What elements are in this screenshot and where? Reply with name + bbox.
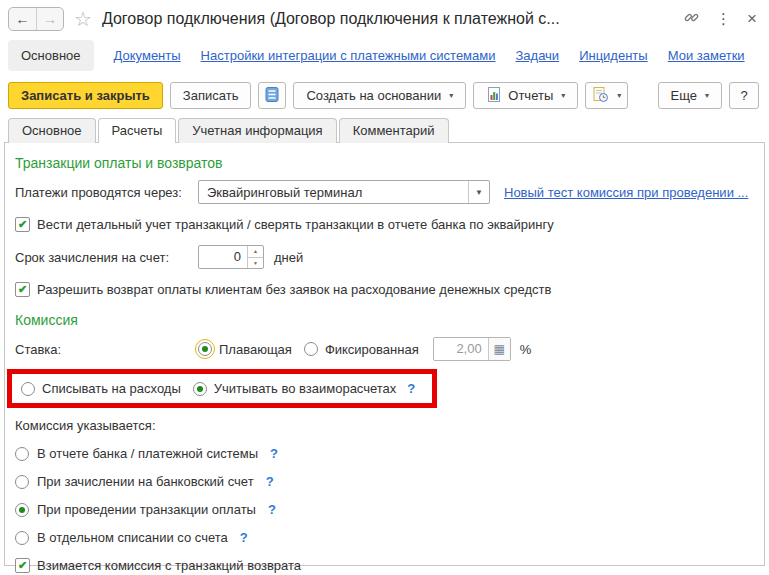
help-button[interactable]: ? [729,82,759,109]
section-heading-transactions: Транзакции оплаты и возвратов [15,155,754,171]
nav-item-moi-zametki[interactable]: Мои заметки [668,48,745,63]
writeoff-option-expenses[interactable]: Списывать на расходы [21,381,181,396]
checkbox-checked[interactable]: ✔ [15,282,30,297]
payments-via-row: Платежи проводятся через: Эквайринговый … [15,180,754,204]
rate-fixed-label: Фиксированная [325,342,419,357]
nav-item-osnovnoe[interactable]: Основное [8,40,94,71]
rate-value: 2,00 [434,338,488,360]
tab-osnovnoe[interactable]: Основное [8,118,96,143]
tab-raschety[interactable]: Расчеты [98,118,177,143]
spin-up-icon: ▲ [253,248,258,254]
get-link-icon[interactable] [683,9,700,29]
save-label: Записать [183,88,239,103]
help-question-mark[interactable]: ? [270,446,278,461]
commission-specified-label: Комиссия указывается: [15,418,754,433]
scheduled-docs-button[interactable]: ▾ [585,82,628,109]
specified-option-payment-transaction[interactable]: При проведении транзакции оплаты ? [15,502,754,517]
header-icons: ⋮ × [683,9,757,29]
spin-up-button[interactable]: ▲ [248,246,263,257]
history-nav: ← → [8,7,64,31]
rate-value-field[interactable]: 2,00 ▦ [433,337,511,361]
term-suffix: дней [274,250,303,265]
payments-via-combobox[interactable]: Эквайринговый терминал ▼ [198,180,490,204]
help-question-mark[interactable]: ? [266,474,274,489]
term-row: Срок зачисления на счет: 0 ▲ ▼ дней [15,245,754,269]
specified-separate-writeoff-label: В отдельном списании со счета [37,530,228,545]
tab-uchetnaya-informaciya[interactable]: Учетная информация [178,118,336,143]
tab-strip: Основное Расчеты Учетная информация Комм… [0,118,769,143]
toolbar: Записать и закрыть Записать Создать на о… [0,79,769,118]
writeoff-expenses-label: Списывать на расходы [42,381,181,396]
help-question-mark[interactable]: ? [268,502,276,517]
radio-unselected[interactable] [15,531,29,545]
reports-button[interactable]: Отчеты ▾ [473,82,578,109]
register-records-button[interactable] [258,82,286,109]
navigation-bar: Основное Документы Настройки интеграции … [0,38,769,79]
reports-label: Отчеты [508,88,553,103]
calculator-button[interactable]: ▦ [488,338,510,360]
specified-option-bank-report[interactable]: В отчете банка / платежной системы ? [15,446,754,461]
radio-unselected[interactable] [21,382,35,396]
dropdown-caret-icon: ▾ [617,91,621,100]
register-list-icon [265,86,279,106]
dropdown-caret-icon: ▾ [561,91,565,100]
create-based-on-label: Создать на основании [306,88,441,103]
save-and-close-button[interactable]: Записать и закрыть [8,82,163,109]
writeoff-option-settlements[interactable]: Учитывать во взаиморасчетах ? [193,381,416,396]
window-header: ← → ☆ Договор подключения (Договор подкл… [0,0,769,38]
radio-unselected[interactable] [15,447,29,461]
chevron-down-icon: ▼ [475,188,483,197]
favorite-star-icon[interactable]: ☆ [74,9,92,29]
create-based-on-button[interactable]: Создать на основании ▾ [293,82,466,109]
checkbox-checked[interactable]: ✔ [15,558,30,573]
checkbox-checked[interactable]: ✔ [15,217,30,232]
term-label: Срок зачисления на счет: [15,250,198,265]
more-actions-button[interactable]: Еще ▾ [658,82,722,109]
back-button[interactable]: ← [9,8,36,30]
specified-bank-account-label: При зачислении на банковский счет [37,474,254,489]
specified-payment-transaction-label: При проведении транзакции оплаты [37,502,256,517]
tab-kommentariy[interactable]: Комментарий [339,118,449,143]
radio-selected[interactable] [15,503,29,517]
specified-bank-report-label: В отчете банка / платежной системы [37,446,258,461]
nav-item-zadachi[interactable]: Задачи [515,48,559,63]
term-value: 0 [199,246,247,268]
check-icon: ✔ [18,559,27,572]
detailed-accounting-checkbox-row[interactable]: ✔ Вести детальный учет транзакций / свер… [15,217,754,232]
rate-option-fixed[interactable]: Фиксированная [304,342,419,357]
close-icon[interactable]: × [747,9,757,29]
combobox-dropdown-button[interactable]: ▼ [468,181,489,203]
save-button[interactable]: Записать [170,82,252,109]
specified-option-separate-writeoff[interactable]: В отдельном списании со счета ? [15,530,754,545]
rate-floating-label: Плавающая [219,342,292,357]
commission-test-link[interactable]: Новый тест комиссия при проведении ... [504,185,748,200]
payments-via-label: Платежи проводятся через: [15,185,198,200]
dropdown-caret-icon: ▾ [449,91,453,100]
help-question-mark[interactable]: ? [407,381,415,396]
writeoff-settlements-label: Учитывать во взаиморасчетах [214,381,397,396]
more-menu-icon[interactable]: ⋮ [716,10,731,28]
return-commission-label: Взимается комиссия с транзакций возврата [37,558,301,573]
app-window: ← → ☆ Договор подключения (Договор подкл… [0,0,769,575]
help-question-mark[interactable]: ? [240,530,248,545]
annotation-highlight-box: Списывать на расходы Учитывать во взаимо… [7,369,437,408]
radio-selected[interactable] [198,342,212,356]
rate-label: Ставка: [15,342,198,357]
save-and-close-label: Записать и закрыть [21,88,150,103]
radio-selected[interactable] [193,382,207,396]
forward-icon: → [43,11,57,27]
forward-button[interactable]: → [36,8,63,30]
radio-unselected[interactable] [304,342,318,356]
nav-item-dokumenty[interactable]: Документы [114,48,181,63]
nav-item-nastroyki-integracii[interactable]: Настройки интеграции с платежными систем… [201,48,496,63]
specified-option-bank-account[interactable]: При зачислении на банковский счет ? [15,474,754,489]
term-spinner[interactable]: 0 ▲ ▼ [198,245,264,269]
radio-unselected[interactable] [15,475,29,489]
rate-option-floating[interactable]: Плавающая [198,342,292,357]
spin-down-button[interactable]: ▼ [248,257,263,269]
return-commission-checkbox-row[interactable]: ✔ Взимается комиссия с транзакций возвра… [15,558,754,573]
allow-refund-checkbox-row[interactable]: ✔ Разрешить возврат оплаты клиентам без … [15,282,754,297]
section-heading-commission: Комиссия [15,312,754,328]
percent-sign: % [520,342,532,357]
nav-item-incidenty[interactable]: Инциденты [579,48,648,63]
